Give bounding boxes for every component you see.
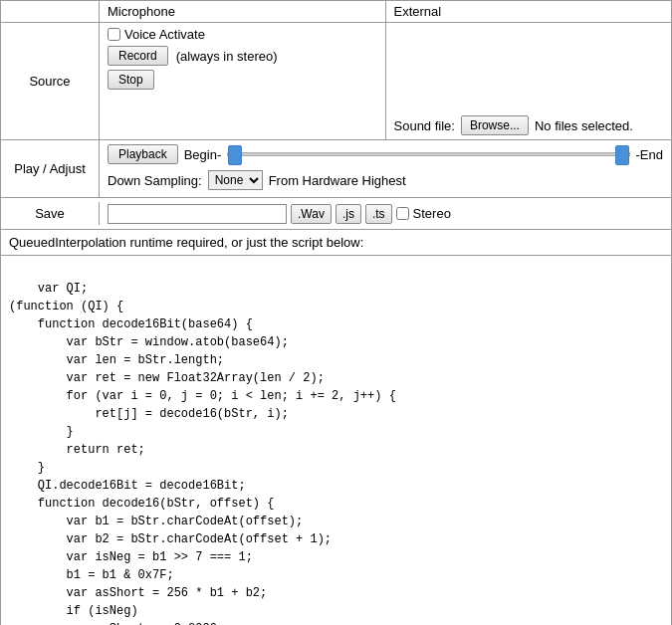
- sound-file-label: Sound file:: [394, 118, 455, 133]
- source-left: Voice Activate Record (always in stereo)…: [100, 23, 386, 139]
- main-container: Microphone External Source Voice Activat…: [0, 0, 672, 625]
- voice-activate-row: Voice Activate: [108, 27, 377, 42]
- slider-track[interactable]: [227, 152, 629, 156]
- end-label: -End: [636, 147, 663, 162]
- record-button[interactable]: Record: [108, 46, 168, 66]
- notice-text: QueuedInterpolation runtime required, or…: [9, 235, 363, 250]
- save-content: .Wav .js .ts Stereo: [100, 200, 671, 228]
- code-content: var QI; (function (QI) { function decode…: [9, 282, 396, 625]
- voice-activate-label: Voice Activate: [124, 27, 205, 42]
- save-label: Save: [1, 202, 100, 225]
- record-row: Record (always in stereo): [108, 46, 377, 66]
- no-files-label: No files selected.: [535, 118, 633, 133]
- tab-microphone[interactable]: Microphone: [100, 1, 386, 22]
- browse-button[interactable]: Browse...: [461, 115, 529, 135]
- downsampling-line: Down Sampling: None 2x 4x 8x From Hardwa…: [108, 170, 663, 190]
- source-row: Source Voice Activate Record (always in …: [1, 23, 671, 140]
- begin-label: Begin-: [184, 147, 222, 162]
- source-right: Sound file: Browse... No files selected.: [386, 23, 672, 139]
- ts-button[interactable]: .ts: [365, 204, 392, 224]
- source-label: Source: [1, 23, 100, 139]
- sound-file-row: Sound file: Browse... No files selected.: [394, 115, 664, 135]
- stop-button[interactable]: Stop: [108, 70, 154, 90]
- play-adjust-content: Playback Begin- -End Down Sampling: None…: [100, 140, 671, 197]
- wav-button[interactable]: .Wav: [291, 204, 332, 224]
- stereo-checkbox[interactable]: [396, 207, 409, 220]
- code-area: var QI; (function (QI) { function decode…: [1, 256, 671, 625]
- tab-spacer: [1, 1, 100, 22]
- play-adjust-label: Play / Adjust: [1, 140, 100, 197]
- downsampling-select[interactable]: None 2x 4x 8x: [208, 170, 263, 190]
- stereo-label: Stereo: [413, 206, 451, 221]
- from-hardware-label: From Hardware Highest: [269, 173, 406, 188]
- save-row: Save .Wav .js .ts Stereo: [1, 198, 671, 230]
- voice-activate-checkbox[interactable]: [108, 28, 120, 41]
- tab-external[interactable]: External: [386, 1, 672, 22]
- slider-container: [227, 152, 629, 156]
- always-stereo-label: (always in stereo): [176, 49, 278, 64]
- stop-row: Stop: [108, 70, 377, 90]
- save-filename-input[interactable]: [108, 204, 287, 224]
- js-button[interactable]: .js: [336, 204, 361, 224]
- downsampling-label: Down Sampling:: [108, 173, 202, 188]
- notice-row: QueuedInterpolation runtime required, or…: [1, 230, 671, 256]
- slider-end-thumb[interactable]: [615, 145, 629, 165]
- tab-headers: Microphone External: [1, 1, 671, 23]
- play-controls-line: Playback Begin- -End: [108, 144, 663, 164]
- playback-button[interactable]: Playback: [108, 144, 178, 164]
- slider-begin-thumb[interactable]: [228, 145, 242, 165]
- play-adjust-row: Play / Adjust Playback Begin- -End Down …: [1, 140, 671, 198]
